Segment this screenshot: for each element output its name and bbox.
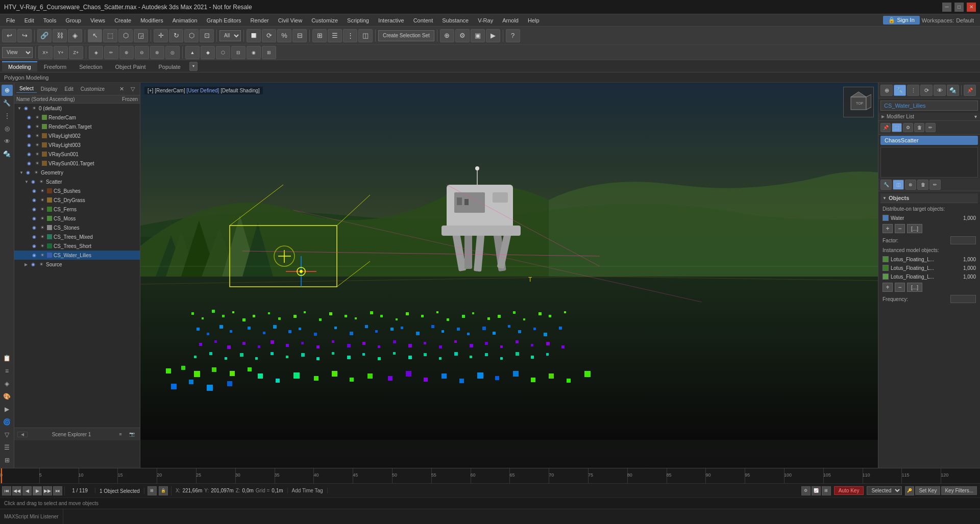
select-region-button[interactable]: ⬚	[103, 29, 117, 42]
tree-item-cs-stones[interactable]: ◉ ☀ CS_Stones	[14, 223, 140, 232]
reference-coord-dropdown[interactable]: All	[219, 30, 241, 41]
bind-space-button[interactable]: ◈	[68, 29, 82, 42]
pin-panel-btn[interactable]: 📌	[964, 85, 976, 96]
minimize-button[interactable]: ─	[942, 3, 951, 12]
tree-item-cs-ferns[interactable]: ◉ ☀ CS_Ferns	[14, 205, 140, 214]
mod-icon-pin[interactable]: 📌	[880, 123, 891, 132]
mod-icon-modifier[interactable]: ⬚	[892, 123, 902, 132]
tab-object-paint[interactable]: Object Paint	[109, 61, 152, 71]
mod-icon-configure[interactable]: ⚙	[903, 123, 913, 132]
chamfer-btn[interactable]: ⬡	[216, 46, 230, 59]
menu-arnold[interactable]: Arnold	[498, 16, 523, 24]
add-target-button[interactable]: +	[883, 224, 893, 233]
mod-bottom-2[interactable]: ◫	[893, 180, 904, 190]
render-icon[interactable]: 🎨	[2, 391, 13, 402]
menu-customize[interactable]: Customize	[307, 16, 342, 24]
utilities-panel-btn[interactable]: 🔩	[947, 85, 959, 96]
hierarchy-panel-btn[interactable]: ⋮	[907, 85, 919, 96]
expand-target-button[interactable]: [...]	[907, 224, 922, 233]
map-icon[interactable]: ☰	[2, 442, 13, 453]
tree-container[interactable]: ▼ ◉ ☀ 0 (default) ◉ ☀ RenderCam	[14, 104, 140, 428]
menu-group[interactable]: Group	[61, 16, 85, 24]
menu-tools[interactable]: Tools	[39, 16, 61, 24]
timeline-ticks[interactable]: 0 5 10 15 20 25 30 35 40 45 50 55 60	[0, 468, 980, 483]
select-lasso-button[interactable]: ⬡	[118, 29, 133, 42]
motion-icon[interactable]: ◎	[2, 123, 13, 134]
create-icon[interactable]: ⊕	[2, 85, 13, 96]
spacing-button[interactable]: ⋮	[343, 29, 357, 42]
nav-cube[interactable]: TOP	[843, 87, 874, 117]
menu-civil-view[interactable]: Civil View	[274, 16, 306, 24]
mirror-button[interactable]: ⊞	[312, 29, 327, 42]
objects-section-header[interactable]: ▼ Objects	[880, 193, 978, 203]
modify-panel-btn[interactable]: 🔧	[894, 85, 906, 96]
menu-content[interactable]: Content	[409, 16, 437, 24]
mod-bottom-4[interactable]: 🗑	[917, 180, 928, 190]
selected-dropdown[interactable]: Selected	[867, 486, 902, 495]
mini-curve-editor[interactable]: 📈	[812, 486, 821, 495]
menu-scripting[interactable]: Scripting	[343, 16, 373, 24]
move-z-btn[interactable]: Z+	[69, 46, 83, 59]
mod-bottom-5[interactable]: ✏	[929, 180, 941, 190]
close-button[interactable]: ✕	[967, 3, 976, 12]
remove-inst-button[interactable]: −	[895, 283, 905, 292]
render-frame-button[interactable]: ▣	[471, 29, 485, 42]
menu-animation[interactable]: Animation	[168, 16, 202, 24]
layer-icon[interactable]: ≡	[2, 365, 13, 377]
weld-btn[interactable]: ◉	[247, 46, 261, 59]
tree-item-scatter[interactable]: ▼ ◉ ☀ Scatter	[14, 177, 140, 186]
dope-sheet[interactable]: ⊞	[822, 486, 831, 495]
bridge-btn[interactable]: ⊟	[231, 46, 246, 59]
tree-item-cs-trees-short[interactable]: ◉ ☀ CS_Trees_Short	[14, 241, 140, 251]
add-inst-button[interactable]: +	[883, 283, 893, 292]
menu-interactive[interactable]: Interactive	[374, 16, 408, 24]
play-back-button[interactable]: ◀	[22, 486, 32, 495]
paint-sel-btn[interactable]: ✏	[104, 46, 118, 59]
create-panel-btn[interactable]: ⊕	[880, 85, 893, 96]
tab-populate[interactable]: Populate	[152, 61, 186, 71]
menu-create[interactable]: Create	[110, 16, 135, 24]
select-paint-button[interactable]: ◲	[134, 29, 148, 42]
time-config-btn[interactable]: ⚙	[801, 486, 811, 495]
extrude-btn[interactable]: ▲	[185, 46, 200, 59]
ring-sel-btn[interactable]: ◎	[165, 46, 180, 59]
target-weld-btn[interactable]: ⊞	[262, 46, 276, 59]
display-icon[interactable]: 👁	[2, 136, 13, 147]
link-button[interactable]: 🔗	[37, 29, 52, 42]
redo-button[interactable]: ↪	[17, 29, 32, 42]
create-selection-set-button[interactable]: Create Selection Set	[378, 30, 434, 41]
se-camera-icon[interactable]: 📷	[127, 430, 137, 439]
se-tab-customize[interactable]: Customize	[78, 85, 108, 93]
tree-item-cs-water-lilies[interactable]: ◉ ☀ CS_Water_Lilies	[14, 251, 140, 260]
scale-button[interactable]: ⬡	[184, 29, 199, 42]
add-time-tag[interactable]: Add Time Tag	[288, 488, 328, 493]
filter-icon[interactable]: ▽	[2, 429, 13, 440]
squash-button[interactable]: ⊡	[200, 29, 214, 42]
material-icon[interactable]: ◈	[2, 378, 13, 389]
next-key-button[interactable]: ⏭	[53, 486, 62, 495]
mod-bottom-3[interactable]: ⊗	[905, 180, 916, 190]
tree-item-geometry[interactable]: ▼ ◉ ☀ Geometry	[14, 168, 140, 177]
anim-icon[interactable]: ▶	[2, 404, 13, 415]
prev-key-button[interactable]: ⏮	[2, 486, 11, 495]
normal-align[interactable]: ◫	[358, 29, 373, 42]
signin-button[interactable]: 🔒 Sign In	[883, 16, 919, 24]
utilities-icon[interactable]: 🔩	[2, 148, 13, 160]
se-tab-select[interactable]: Select	[16, 85, 37, 93]
modifier-item-chaos[interactable]: ChaosScatter	[880, 136, 978, 145]
select-button[interactable]: ↖	[88, 29, 102, 42]
menu-help[interactable]: Help	[524, 16, 544, 24]
hierarchy-icon[interactable]: ⋮	[2, 110, 13, 121]
remove-target-button[interactable]: −	[895, 224, 905, 233]
se-clear-button[interactable]: ✕	[116, 84, 127, 93]
scroll-left-button[interactable]: ◀	[17, 432, 28, 437]
menu-edit[interactable]: Edit	[20, 16, 38, 24]
se-tab-display[interactable]: Display	[38, 85, 61, 93]
maxscript-input[interactable]	[63, 514, 980, 519]
frequency-input[interactable]	[950, 295, 976, 303]
tree-item-source[interactable]: ▶ ◉ ☀ Source	[14, 260, 140, 269]
tree-item-cs-drygrass[interactable]: ◉ ☀ CS_DryGrass	[14, 195, 140, 205]
maximize-button[interactable]: □	[954, 3, 964, 12]
viewport-dropdown[interactable]: View	[2, 47, 33, 58]
grow-sel-btn[interactable]: ⊕	[119, 46, 134, 59]
